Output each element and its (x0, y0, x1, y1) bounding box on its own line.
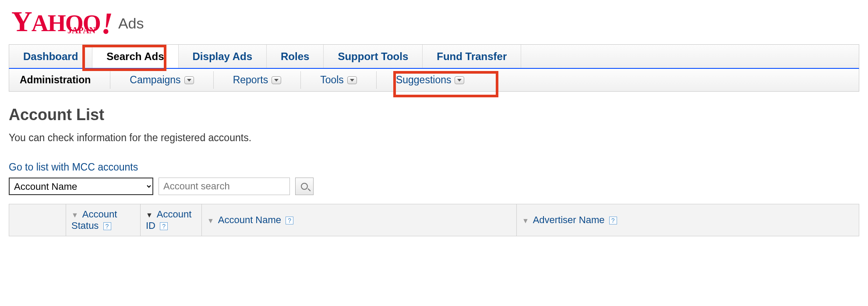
primary-tabs: Dashboard Search Ads Display Ads Roles S… (9, 44, 859, 69)
mcc-accounts-link[interactable]: Go to list with MCC accounts (9, 161, 138, 173)
col-checkbox (9, 204, 66, 236)
subtab-reports[interactable]: Reports (222, 69, 292, 91)
logo-bar: YAHOO! JAPAN Ads (0, 0, 868, 39)
sort-icon: ▼ (522, 217, 529, 224)
col-account-name[interactable]: ▼ Account Name ? (202, 204, 517, 236)
search-input[interactable] (159, 178, 290, 195)
sort-icon: ▼ (207, 217, 214, 224)
help-icon[interactable]: ? (103, 222, 111, 230)
tab-roles[interactable]: Roles (267, 45, 324, 68)
subtab-tools[interactable]: Tools (310, 69, 367, 91)
divider (376, 71, 377, 89)
chevron-down-icon (187, 79, 191, 82)
help-icon[interactable]: ? (609, 217, 617, 224)
secondary-tabs: Administration Campaigns Reports Tools S… (9, 69, 859, 92)
chevron-down-icon (274, 79, 279, 82)
filter-select[interactable]: Account Name (9, 178, 153, 195)
accounts-table: ▼ Account Status ? ▼ Account ID ? ▼ Acco… (9, 204, 859, 236)
yahoo-japan-logo: YAHOO! JAPAN (11, 7, 112, 35)
col-account-status[interactable]: ▼ Account Status ? (66, 204, 141, 236)
page-description: You can check information for the regist… (9, 132, 859, 144)
page-title: Account List (9, 106, 859, 124)
tab-fund-transfer[interactable]: Fund Transfer (423, 45, 521, 68)
tab-display-ads[interactable]: Display Ads (179, 45, 267, 68)
search-row: Account Name (9, 178, 859, 195)
suggestions-dropdown-icon[interactable] (455, 76, 464, 84)
campaigns-dropdown-icon[interactable] (184, 76, 194, 84)
tab-search-ads[interactable]: Search Ads (92, 45, 178, 68)
col-account-id[interactable]: ▼ Account ID ? (141, 204, 202, 236)
search-icon (301, 183, 308, 190)
subtab-administration[interactable]: Administration (18, 69, 101, 91)
tools-dropdown-icon[interactable] (347, 76, 357, 84)
ads-label: Ads (118, 15, 144, 32)
help-icon[interactable]: ? (286, 217, 293, 224)
search-button[interactable] (295, 178, 314, 195)
reports-dropdown-icon[interactable] (272, 76, 281, 84)
subtab-suggestions[interactable]: Suggestions (385, 69, 475, 91)
tab-dashboard[interactable]: Dashboard (9, 45, 92, 68)
content: Account List You can check information f… (9, 106, 859, 236)
chevron-down-icon (350, 79, 354, 82)
chevron-down-icon (457, 79, 462, 82)
help-icon[interactable]: ? (160, 222, 168, 230)
tab-support-tools[interactable]: Support Tools (324, 45, 423, 68)
divider (110, 71, 110, 89)
divider (300, 71, 301, 89)
sort-active-icon: ▼ (146, 211, 153, 219)
col-advertiser-name[interactable]: ▼ Advertiser Name ? (516, 204, 859, 236)
subtab-campaigns[interactable]: Campaigns (119, 69, 204, 91)
divider (213, 71, 214, 89)
sort-icon: ▼ (71, 211, 78, 219)
